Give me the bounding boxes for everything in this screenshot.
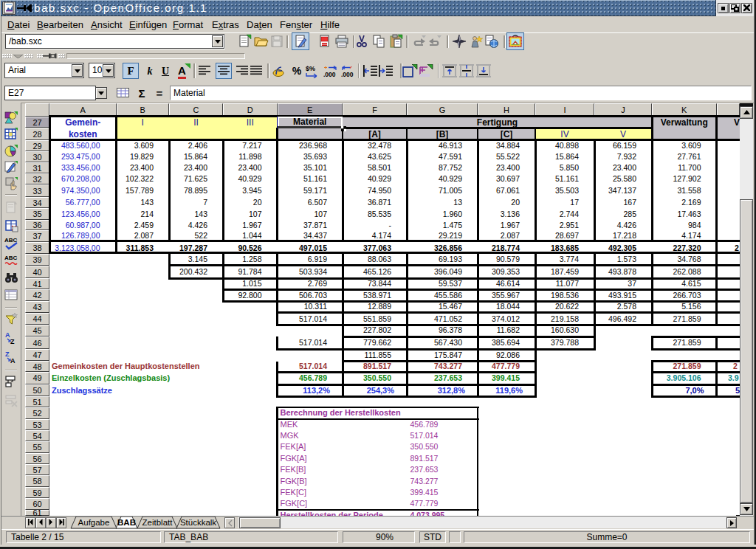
svg-text:$%: $%	[306, 65, 315, 72]
svg-text:Z: Z	[10, 338, 15, 345]
svg-text:Aufgabe: Aufgabe	[78, 518, 110, 527]
svg-text:A: A	[5, 331, 10, 339]
svg-text:BAB: BAB	[117, 518, 136, 527]
svg-text:Z: Z	[5, 351, 10, 358]
svg-text:A: A	[10, 357, 16, 365]
svg-text:Zeitblatt: Zeitblatt	[142, 518, 173, 527]
svg-text:ABC: ABC	[4, 237, 18, 244]
svg-text:.000: .000	[323, 71, 336, 78]
svg-text:Stückkalk: Stückkalk	[180, 518, 216, 527]
svg-text:ABC: ABC	[4, 255, 18, 261]
svg-text:.000: .000	[341, 71, 354, 78]
